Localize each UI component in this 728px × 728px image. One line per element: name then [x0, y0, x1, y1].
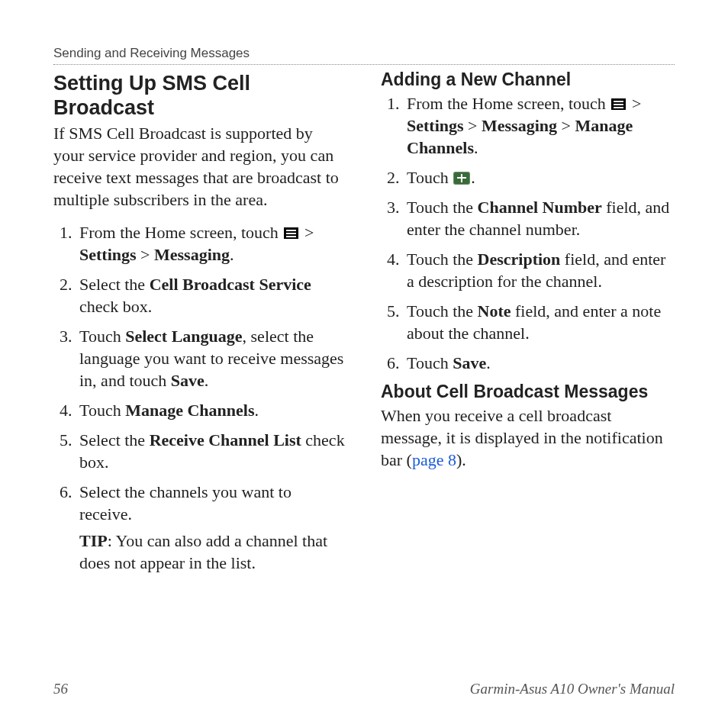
step-text: Touch the	[407, 198, 478, 217]
bold-text: Save	[171, 371, 205, 390]
step-text: Touch the	[407, 250, 478, 269]
step-text: Select the	[79, 430, 150, 449]
subsection-about-messages: About Cell Broadcast Messages	[381, 382, 675, 403]
step-text: Touch	[79, 327, 125, 346]
list-item: Select the channels you want to receive.…	[76, 481, 347, 574]
bold-text: Cell Broadcast Service	[150, 275, 311, 294]
list-item: Touch Manage Channels.	[76, 399, 347, 421]
list-item: Touch .	[404, 166, 675, 188]
plus-icon	[453, 172, 470, 185]
step-text: >	[300, 223, 314, 242]
running-header: Sending and Receiving Messages	[53, 46, 675, 65]
bold-text: Save	[453, 353, 486, 372]
list-item: Touch the Channel Number field, and ente…	[404, 196, 675, 240]
list-item: From the Home screen, touch > Settings >…	[76, 221, 347, 266]
tip-body: : You can also add a channel that does n…	[79, 531, 327, 572]
menu-icon	[284, 227, 298, 239]
bold-text: Settings	[407, 116, 464, 135]
section-title-sms: Setting Up SMS Cell Broadcast	[53, 71, 347, 121]
bold-text: Manage Channels	[125, 401, 254, 420]
step-text: >	[627, 94, 641, 113]
intro-paragraph: If SMS Cell Broadcast is supported by yo…	[53, 122, 347, 211]
step-text: .	[474, 138, 478, 157]
list-item: Select the Receive Channel List check bo…	[76, 429, 347, 473]
right-column: Adding a New Channel From the Home scree…	[381, 69, 675, 665]
bold-text: Channel Number	[478, 198, 602, 217]
manual-title: Garmin-Asus A10 Owner's Manual	[470, 681, 675, 697]
step-text: .	[254, 401, 259, 420]
step-text: Touch	[79, 401, 125, 420]
step-text: >	[464, 116, 482, 135]
menu-icon	[611, 98, 626, 110]
step-text: Touch	[407, 168, 453, 187]
bold-text: Receive Channel List	[150, 430, 301, 449]
step-text: check box.	[79, 297, 152, 316]
step-text: .	[205, 371, 209, 390]
bold-text: Messaging	[482, 116, 557, 135]
step-text: .	[471, 168, 475, 187]
step-text: Select the	[79, 275, 150, 294]
tip-block: TIP: You can also add a channel that doe…	[79, 530, 347, 574]
bold-text: Select Language	[125, 327, 242, 346]
bold-text: Description	[478, 250, 561, 269]
list-item: Touch the Note field, and enter a note a…	[404, 300, 675, 344]
tip-label: TIP	[79, 531, 108, 550]
page-footer: 56 Garmin-Asus A10 Owner's Manual	[53, 681, 675, 697]
steps-list-left: From the Home screen, touch > Settings >…	[53, 221, 347, 574]
page-number: 56	[53, 681, 68, 697]
subsection-adding-channel: Adding a New Channel	[381, 69, 675, 91]
step-text: Touch the	[407, 301, 478, 321]
steps-list-right: From the Home screen, touch > Settings >…	[381, 92, 675, 374]
left-column: Setting Up SMS Cell Broadcast If SMS Cel…	[53, 69, 347, 665]
list-item: Touch Save.	[404, 352, 675, 374]
step-text: .	[486, 353, 491, 372]
step-text: From the Home screen, touch	[407, 94, 610, 113]
page-link[interactable]: page 8	[412, 450, 456, 469]
bold-text: Messaging	[154, 245, 230, 264]
about-text-end: ).	[456, 450, 466, 469]
bold-text: Settings	[79, 245, 137, 264]
step-text: >	[137, 245, 154, 264]
step-text: .	[230, 245, 234, 264]
list-item: Touch the Description field, and enter a…	[404, 248, 675, 292]
list-item: Touch Select Language, select the langua…	[76, 325, 347, 391]
step-text: >	[557, 116, 575, 135]
about-paragraph: When you receive a cell broadcast messag…	[381, 404, 675, 471]
list-item: From the Home screen, touch > Settings >…	[404, 92, 675, 159]
list-item: Select the Cell Broadcast Service check …	[76, 273, 347, 317]
step-text: From the Home screen, touch	[79, 223, 282, 242]
step-text: Select the channels you want to receive.	[79, 482, 292, 523]
bold-text: Note	[478, 301, 511, 321]
step-text: Touch	[407, 353, 453, 372]
